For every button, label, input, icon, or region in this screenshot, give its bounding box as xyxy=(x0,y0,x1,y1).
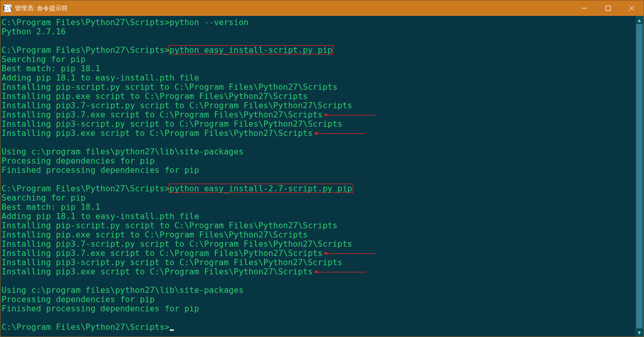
terminal-line: Installing pip3-script.py script to C:\P… xyxy=(2,258,642,267)
annotation-arrow xyxy=(327,115,375,115)
terminal-line: Installing pip3.7-script.py script to C:… xyxy=(2,101,642,110)
annotation-arrow xyxy=(317,272,366,272)
terminal-line: Using c:\program files\python27\lib\site… xyxy=(2,286,642,295)
scroll-up-button[interactable]: ▲ xyxy=(635,16,643,24)
minimize-icon xyxy=(582,6,587,11)
terminal-line: Python 2.7.16 xyxy=(2,27,642,36)
terminal-line: Installing pip.exe script to C:\Program … xyxy=(2,92,642,101)
terminal-line xyxy=(2,175,642,184)
titlebar[interactable]: C:\ 管理员: 命令提示符 xyxy=(1,1,643,16)
annotation-arrow xyxy=(327,253,375,254)
close-button[interactable] xyxy=(620,1,643,16)
terminal-line: Installing pip3.exe script to C:\Program… xyxy=(2,129,642,138)
terminal-line: Installing pip.exe script to C:\Program … xyxy=(2,230,642,240)
terminal-line: Using c:\program files\python27\lib\site… xyxy=(2,147,642,156)
terminal-line: Finished processing dependencies for pip xyxy=(2,304,642,313)
terminal-line: C:\Program Files\Python27\Scripts>python… xyxy=(2,184,642,193)
terminal-line xyxy=(2,276,642,286)
terminal-line: Processing dependencies for pip xyxy=(2,295,642,304)
minimize-button[interactable] xyxy=(573,1,596,16)
terminal-line: Installing pip3.7.exe script to C:\Progr… xyxy=(2,110,642,120)
annotation-arrow xyxy=(317,133,366,134)
terminal-line: Searching for pip xyxy=(2,193,642,203)
terminal-line: Best match: pip 18.1 xyxy=(2,203,642,212)
terminal-line: C:\Program Files\Python27\Scripts>python… xyxy=(2,46,642,55)
terminal-line: Installing pip3.7-script.py script to C:… xyxy=(2,240,642,249)
terminal-content: C:\Program Files\Python27\Scripts>python… xyxy=(2,18,642,332)
terminal[interactable]: C:\Program Files\Python27\Scripts>python… xyxy=(1,16,643,336)
terminal-line: Installing pip-script.py script to C:\Pr… xyxy=(2,83,642,92)
terminal-line: C:\Program Files\Python27\Scripts>python… xyxy=(2,18,642,27)
terminal-line: Adding pip 18.1 to easy-install.pth file xyxy=(2,73,642,83)
window: C:\ 管理员: 命令提示符 C:\Program Files\Python27… xyxy=(0,0,644,337)
maximize-button[interactable] xyxy=(596,1,620,16)
terminal-line: Installing pip3.exe script to C:\Program… xyxy=(2,267,642,276)
terminal-line: Processing dependencies for pip xyxy=(2,156,642,166)
terminal-line: Finished processing dependencies for pip xyxy=(2,166,642,175)
scroll-down-button[interactable]: ▼ xyxy=(635,328,643,336)
terminal-line: Searching for pip xyxy=(2,55,642,64)
terminal-line: Installing pip-script.py script to C:\Pr… xyxy=(2,221,642,230)
close-icon xyxy=(629,6,634,11)
cmd-icon: C:\ xyxy=(4,4,12,12)
terminal-line: Installing pip3-script.py script to C:\P… xyxy=(2,120,642,129)
terminal-line xyxy=(2,138,642,147)
terminal-line: Adding pip 18.1 to easy-install.pth file xyxy=(2,212,642,221)
terminal-line: C:\Program Files\Python27\Scripts> xyxy=(2,323,642,332)
terminal-line: Installing pip3.7.exe script to C:\Progr… xyxy=(2,249,642,258)
terminal-line xyxy=(2,36,642,46)
window-title: 管理员: 命令提示符 xyxy=(15,4,68,13)
terminal-line: Best match: pip 18.1 xyxy=(2,64,642,73)
svg-rect-1 xyxy=(606,6,611,11)
terminal-line xyxy=(2,313,642,323)
cursor xyxy=(170,329,174,331)
maximize-icon xyxy=(606,6,611,11)
scrollbar[interactable]: ▲ ▼ xyxy=(635,16,643,336)
scrollbar-thumb[interactable] xyxy=(636,24,642,328)
